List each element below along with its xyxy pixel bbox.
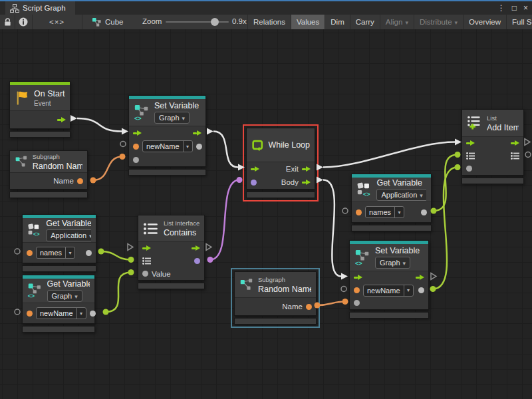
unconnected-flow-port[interactable] bbox=[431, 273, 436, 280]
variable-scope-dropdown[interactable]: Application bbox=[376, 189, 426, 201]
list-output-port[interactable] bbox=[511, 152, 519, 160]
node-on-start[interactable]: On Start Event bbox=[9, 81, 70, 138]
carry-button[interactable]: Carry bbox=[350, 15, 380, 29]
variable-name-port[interactable] bbox=[27, 250, 33, 256]
lock-button[interactable] bbox=[0, 15, 15, 29]
node-contains[interactable]: List Interface Contains Value bbox=[138, 215, 205, 289]
flow-input-port[interactable] bbox=[133, 130, 142, 136]
unconnected-value-port[interactable] bbox=[15, 249, 20, 254]
variable-dropdown[interactable]: names bbox=[365, 206, 404, 218]
variable-scope-dropdown[interactable]: Graph bbox=[375, 257, 410, 269]
flow-output-port[interactable] bbox=[192, 245, 200, 251]
wire-endpoint[interactable] bbox=[120, 154, 126, 160]
node-add-item[interactable]: List Add Item bbox=[462, 109, 524, 184]
unconnected-value-port[interactable] bbox=[120, 142, 126, 147]
wire-endpoint[interactable] bbox=[237, 177, 243, 183]
value-input-port[interactable] bbox=[354, 300, 360, 306]
list-input-port[interactable] bbox=[466, 152, 475, 160]
relations-button[interactable]: Relations bbox=[247, 15, 291, 29]
flow-input-port[interactable] bbox=[354, 275, 362, 281]
item-input-port[interactable] bbox=[466, 166, 472, 172]
node-get-variable-names-2[interactable]: <> Get Variable Application names bbox=[351, 174, 432, 231]
tab-script-graph[interactable]: Script Graph bbox=[5, 1, 75, 15]
wire-endpoint[interactable] bbox=[90, 178, 96, 184]
wire-endpoint[interactable] bbox=[103, 309, 109, 315]
wire-endpoint[interactable] bbox=[207, 257, 213, 263]
unconnected-value-port[interactable] bbox=[525, 152, 531, 158]
wire-setvariable2-to-additem-item[interactable] bbox=[433, 168, 458, 289]
zoom-slider-handle[interactable] bbox=[211, 18, 219, 26]
align-button[interactable]: Align bbox=[380, 15, 414, 29]
flow-output-port[interactable] bbox=[511, 140, 519, 146]
variable-scope-dropdown[interactable]: Application bbox=[46, 229, 91, 241]
node-while-loop[interactable]: While Loop Exit Body bbox=[246, 128, 315, 198]
wire-subgraph1-name-to-setvariable1-value[interactable] bbox=[93, 157, 122, 181]
wire-endpoint[interactable] bbox=[98, 249, 104, 255]
name-output-port[interactable] bbox=[306, 304, 312, 310]
graph-canvas[interactable]: On Start Event <> Set bbox=[0, 29, 532, 399]
wire-endpoint[interactable] bbox=[128, 269, 134, 275]
unconnected-value-port[interactable] bbox=[342, 208, 348, 213]
wire-whileloop-exit-to-additem[interactable] bbox=[323, 142, 455, 168]
zoom-slider[interactable] bbox=[166, 21, 229, 23]
unconnected-flow-port[interactable] bbox=[128, 244, 133, 251]
values-button[interactable]: Values bbox=[291, 15, 325, 29]
close-icon[interactable]: × bbox=[523, 3, 528, 13]
variable-name-port[interactable] bbox=[27, 311, 33, 317]
node-get-variable-names-1[interactable]: <> Get Variable Application names bbox=[22, 214, 96, 272]
variable-dropdown[interactable]: newName bbox=[36, 307, 86, 319]
node-get-variable-newname[interactable]: <> Get Variable Graph newName bbox=[22, 275, 95, 332]
overview-button[interactable]: Overview bbox=[463, 15, 506, 29]
name-output-port[interactable] bbox=[77, 178, 83, 184]
variable-dropdown[interactable]: newName bbox=[142, 140, 193, 152]
node-subgraph-1[interactable]: Subgraph Random Name Name bbox=[9, 150, 88, 198]
variable-name-port[interactable] bbox=[133, 144, 139, 150]
info-button[interactable] bbox=[15, 15, 33, 29]
wire-names1-to-contains-list[interactable] bbox=[101, 251, 131, 260]
value-output-port[interactable] bbox=[421, 209, 427, 215]
wire-newname-to-contains-value[interactable] bbox=[106, 273, 131, 313]
graph-target[interactable]: Cube bbox=[92, 15, 124, 29]
wire-setvariable1-to-whileloop[interactable] bbox=[213, 132, 238, 168]
condition-input-port[interactable] bbox=[251, 180, 257, 186]
exit-output-port[interactable] bbox=[302, 166, 311, 172]
variable-dropdown[interactable]: names bbox=[36, 247, 75, 259]
result-output-port[interactable] bbox=[194, 258, 200, 264]
value-output-port[interactable] bbox=[86, 250, 92, 256]
flow-input-port[interactable] bbox=[466, 140, 475, 146]
unconnected-value-port[interactable] bbox=[15, 309, 20, 315]
wire-endpoint[interactable] bbox=[128, 257, 134, 263]
node-subgraph-2[interactable]: Subgraph Random Name Name bbox=[234, 271, 317, 325]
value-output-port[interactable] bbox=[418, 287, 424, 293]
code-preview-button[interactable]: <×> bbox=[32, 15, 82, 29]
variable-name-port[interactable] bbox=[356, 209, 362, 215]
variable-dropdown[interactable]: newName bbox=[363, 285, 414, 297]
unconnected-flow-port[interactable] bbox=[525, 139, 530, 146]
body-output-port[interactable] bbox=[302, 180, 311, 186]
flow-output-port[interactable] bbox=[57, 117, 66, 123]
more-icon[interactable]: ⋮ bbox=[497, 3, 505, 13]
wire-whileloop-body-to-setvariable2[interactable] bbox=[323, 180, 341, 277]
unconnected-flow-port[interactable] bbox=[206, 244, 211, 251]
value-output-port[interactable] bbox=[196, 144, 202, 150]
unconnected-value-port[interactable] bbox=[341, 287, 346, 292]
wire-contains-to-whileloop-condition[interactable] bbox=[210, 180, 239, 260]
variable-scope-dropdown[interactable]: Graph bbox=[154, 112, 190, 124]
flow-input-port[interactable] bbox=[251, 166, 259, 172]
list-input-port[interactable] bbox=[142, 257, 151, 265]
dim-button[interactable]: Dim bbox=[325, 15, 349, 29]
fullscreen-button[interactable]: Full Screen bbox=[506, 15, 532, 29]
wire-endpoint[interactable] bbox=[455, 152, 461, 158]
wire-endpoint[interactable] bbox=[430, 286, 436, 292]
value-input-port[interactable] bbox=[142, 271, 148, 277]
wire-endpoint[interactable] bbox=[342, 299, 348, 305]
flow-output-port[interactable] bbox=[416, 275, 424, 281]
variable-name-port[interactable] bbox=[354, 287, 360, 293]
value-output-port[interactable] bbox=[90, 311, 96, 317]
node-set-variable-1[interactable]: <> Set Variable Graph newName bbox=[128, 95, 206, 176]
wire-names2-to-additem-list[interactable] bbox=[434, 155, 458, 211]
flow-output-port[interactable] bbox=[193, 130, 201, 136]
wire-endpoint[interactable] bbox=[455, 164, 461, 170]
variable-scope-dropdown[interactable]: Graph bbox=[47, 290, 82, 302]
maximize-icon[interactable]: □ bbox=[512, 3, 517, 13]
